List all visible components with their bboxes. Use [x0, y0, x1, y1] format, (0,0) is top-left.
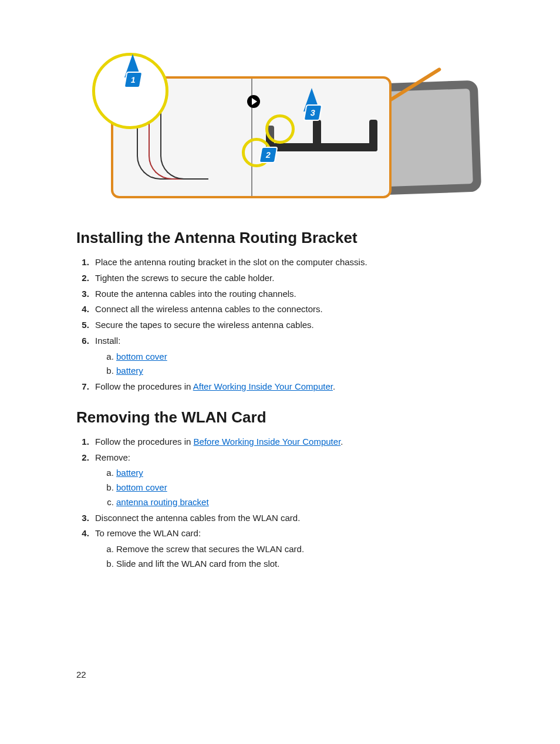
- link-bottom-cover-2[interactable]: bottom cover: [116, 482, 167, 492]
- install-step-6b: battery: [116, 364, 484, 378]
- page-content: 1 2 3 Installing the Antenna Routing Bra…: [0, 0, 560, 609]
- remove-step-1: Follow the procedures in Before Working …: [92, 435, 484, 449]
- remove-step-2b: bottom cover: [116, 481, 484, 495]
- remove-step-4: To remove the WLAN card: Remove the scre…: [92, 526, 484, 571]
- install-step-6-sublist: bottom cover battery: [95, 350, 484, 379]
- install-step-4: Connect all the wireless antenna cables …: [92, 302, 484, 317]
- step-badge-3: 3: [303, 104, 323, 121]
- remove-step-1-post: .: [340, 437, 343, 447]
- remove-step-3: Disconnect the antenna cables from the W…: [92, 511, 484, 526]
- install-step-7: Follow the procedures in After Working I…: [92, 380, 484, 394]
- install-step-7-pre: Follow the procedures in: [95, 381, 193, 391]
- remove-step-1-pre: Follow the procedures in: [95, 437, 194, 447]
- step-badge-2: 2: [259, 147, 278, 163]
- install-step-5: Secure the tapes to secure the wireless …: [92, 318, 484, 333]
- remove-step-4-text: To remove the WLAN card:: [95, 528, 201, 538]
- heading-removing-wlan-card: Removing the WLAN Card: [76, 408, 484, 427]
- link-battery-2[interactable]: battery: [116, 468, 143, 478]
- install-step-7-post: .: [333, 381, 335, 391]
- link-before-working-inside[interactable]: Before Working Inside Your Computer: [194, 437, 341, 447]
- heading-install-antenna-bracket: Installing the Antenna Routing Bracket: [76, 229, 484, 247]
- play-indicator-icon: [247, 95, 260, 108]
- install-step-1: Place the antenna routing bracket in the…: [92, 255, 484, 270]
- step-badge-1: 1: [124, 72, 143, 88]
- remove-step-2: Remove: battery bottom cover antenna rou…: [92, 451, 484, 510]
- link-bottom-cover[interactable]: bottom cover: [116, 351, 167, 361]
- remove-step-4-sublist: Remove the screw that secures the WLAN c…: [95, 542, 484, 571]
- install-steps-list: Place the antenna routing bracket in the…: [76, 255, 484, 394]
- install-step-6: Install: bottom cover battery: [92, 334, 484, 378]
- install-step-3: Route the antenna cables into the routin…: [92, 287, 484, 302]
- page-number: 22: [76, 669, 86, 679]
- link-battery[interactable]: battery: [116, 366, 143, 376]
- install-step-6a: bottom cover: [116, 350, 484, 364]
- remove-step-2a: battery: [116, 466, 484, 481]
- install-step-6-text: Install:: [95, 336, 120, 346]
- remove-step-2-text: Remove:: [95, 452, 130, 462]
- link-after-working-inside[interactable]: After Working Inside Your Computer: [193, 381, 333, 391]
- remove-steps-list: Follow the procedures in Before Working …: [76, 435, 484, 571]
- remove-step-4b: Slide and lift the WLAN card from the sl…: [116, 557, 484, 571]
- remove-step-4a: Remove the screw that secures the WLAN c…: [116, 542, 484, 557]
- remove-step-2-sublist: battery bottom cover antenna routing bra…: [95, 466, 484, 509]
- remove-step-2c: antenna routing bracket: [116, 495, 484, 510]
- install-step-2: Tighten the screws to secure the cable h…: [92, 271, 484, 286]
- link-antenna-routing-bracket[interactable]: antenna routing bracket: [116, 497, 209, 507]
- callout-zoom-3: [265, 114, 295, 144]
- installation-diagram: 1 2 3: [80, 59, 480, 205]
